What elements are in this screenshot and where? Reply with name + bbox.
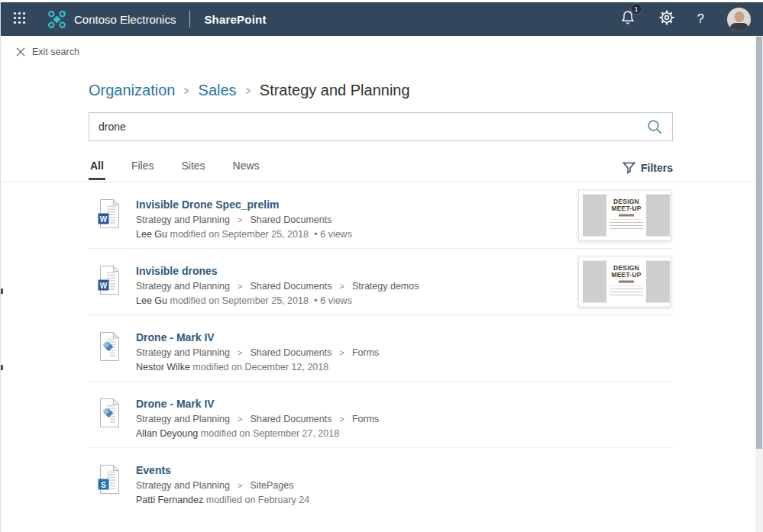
close-icon	[16, 47, 25, 56]
breadcrumb-separator: >	[245, 85, 251, 97]
result-views: • 6 views	[314, 295, 352, 306]
funnel-icon	[622, 162, 635, 174]
result-modified: modified on February 24	[206, 495, 310, 505]
waffle-icon	[13, 11, 26, 27]
result-views: • 6 views	[314, 229, 352, 240]
sharepoint-search-page: Contoso Electronics SharePoint 1	[0, 0, 763, 532]
thumbnail-side-block	[646, 261, 670, 303]
result-title-link[interactable]: Invisible drones	[136, 265, 218, 277]
result-title-link[interactable]: Events	[136, 464, 171, 476]
result-thumbnail[interactable]: DESIGN MEET-UP	[578, 190, 671, 241]
thumbnail-side-block	[646, 195, 670, 237]
result-title-link[interactable]: Drone - Mark IV	[136, 331, 215, 343]
path-separator: >	[238, 481, 242, 490]
path-segment[interactable]: Strategy and Planning	[136, 480, 230, 491]
result-thumbnail[interactable]: DESIGN MEET-UP	[578, 256, 671, 308]
breadcrumb-item: Strategy and Planning	[260, 82, 410, 99]
path-segment[interactable]: Strategy and Planning	[136, 281, 230, 292]
path-segment[interactable]: Shared Documents	[250, 347, 331, 358]
tab-sites[interactable]: Sites	[179, 160, 206, 180]
result-byline: Allan Deyoung modified on September 27, …	[136, 428, 379, 439]
tab-all[interactable]: All	[89, 160, 105, 180]
result-byline: Lee Gu modified on September 25, 2018 • …	[136, 229, 352, 240]
path-segment[interactable]: Shared Documents	[250, 414, 331, 424]
word-file-icon: W	[98, 265, 121, 298]
breadcrumb-separator: >	[184, 85, 189, 97]
path-separator: >	[339, 282, 344, 291]
scrollbar[interactable]	[755, 36, 763, 532]
result-author: Allan Deyoung	[136, 428, 198, 439]
sharepoint-page-icon: S	[98, 464, 121, 498]
brand-home-link[interactable]: Contoso Electronics	[47, 10, 176, 29]
thumbnail-title-line2: MEET-UP	[611, 271, 641, 278]
result-path: Strategy and Planning>Shared Documents>S…	[136, 281, 419, 292]
search-result-row: S Events Strategy and Planning>SitePages…	[89, 448, 673, 514]
breadcrumb: Organization>Sales>Strategy and Planning	[89, 82, 673, 99]
result-modified: modified on September 25, 2018	[170, 229, 309, 240]
thumbnail-title-line2: MEET-UP	[611, 205, 641, 211]
window-edge-mark	[1, 289, 3, 294]
search-icon[interactable]	[646, 118, 663, 135]
app-launcher-button[interactable]	[13, 11, 26, 27]
topbar-divider	[189, 11, 190, 27]
exit-search-button[interactable]: Exit search	[1, 36, 85, 57]
word-file-icon: W	[98, 198, 121, 232]
exit-search-label: Exit search	[32, 47, 79, 57]
path-segment[interactable]: Forms	[352, 347, 379, 358]
tab-files[interactable]: Files	[130, 160, 156, 180]
result-modified: modified on December 12, 2018	[192, 362, 328, 372]
result-author: Lee Gu	[136, 295, 167, 306]
path-segment[interactable]: Strategy and Planning	[136, 414, 230, 424]
svg-text:W: W	[100, 282, 108, 290]
topbar: Contoso Electronics SharePoint 1	[1, 2, 763, 36]
result-path: Strategy and Planning>Shared Documents>F…	[136, 347, 379, 358]
tab-news[interactable]: News	[231, 160, 261, 180]
result-modified: modified on September 25, 2018	[170, 295, 309, 306]
result-author: Patti Fernandez	[136, 495, 203, 505]
search-result-row: W Invisible drones Strategy and Planning…	[89, 249, 673, 315]
thumbnail-side-block	[583, 195, 606, 237]
gear-icon	[659, 10, 674, 28]
path-segment[interactable]: Shared Documents	[250, 281, 331, 292]
path-separator: >	[339, 348, 344, 357]
path-segment[interactable]: Strategy and Planning	[136, 214, 230, 225]
search-result-row: Drone - Mark IV Strategy and Planning>Sh…	[89, 315, 673, 382]
app-name: SharePoint	[204, 13, 266, 26]
path-segment[interactable]: Strategy demos	[352, 281, 419, 292]
notifications-button[interactable]: 1	[619, 9, 636, 29]
notification-badge: 1	[631, 3, 642, 15]
path-separator: >	[238, 414, 242, 424]
result-title-link[interactable]: Invisible Drone Spec_prelim	[136, 198, 280, 211]
settings-button[interactable]	[659, 10, 674, 28]
breadcrumb-item[interactable]: Organization	[89, 82, 175, 99]
window-edge-mark	[1, 365, 3, 370]
search-box	[89, 112, 673, 141]
search-result-row: Drone - Mark IV Strategy and Planning>Sh…	[89, 382, 673, 448]
result-tabs-row: AllFilesSitesNews Filters	[89, 160, 673, 180]
svg-text:W: W	[100, 215, 108, 224]
path-separator: >	[238, 282, 242, 291]
scrollbar-thumb[interactable]	[756, 37, 762, 449]
thumbnail-side-block	[583, 261, 606, 303]
search-result-row: W Invisible Drone Spec_prelim Strategy a…	[89, 182, 673, 249]
generic-document-icon	[98, 331, 121, 365]
path-segment[interactable]: Forms	[352, 414, 379, 424]
generic-document-icon	[98, 398, 121, 431]
search-input[interactable]	[89, 121, 646, 133]
result-byline: Lee Gu modified on September 25, 2018 • …	[136, 295, 419, 306]
result-modified: modified on September 27, 2018	[201, 428, 339, 439]
result-title-link[interactable]: Drone - Mark IV	[136, 398, 215, 410]
filters-button[interactable]: Filters	[622, 162, 673, 180]
result-author: Lee Gu	[136, 229, 167, 240]
path-segment[interactable]: Strategy and Planning	[136, 347, 230, 358]
result-path: Strategy and Planning>SitePages	[136, 480, 309, 491]
result-byline: Patti Fernandez modified on February 24	[136, 495, 309, 505]
path-separator: >	[238, 215, 242, 224]
breadcrumb-item[interactable]: Sales	[199, 82, 237, 99]
search-results-list: W Invisible Drone Spec_prelim Strategy a…	[89, 182, 673, 514]
path-segment[interactable]: Shared Documents	[250, 214, 331, 225]
help-button[interactable]: ?	[697, 11, 704, 27]
user-avatar[interactable]	[727, 8, 751, 31]
svg-text:S: S	[101, 481, 106, 489]
path-segment[interactable]: SitePages	[250, 480, 293, 491]
